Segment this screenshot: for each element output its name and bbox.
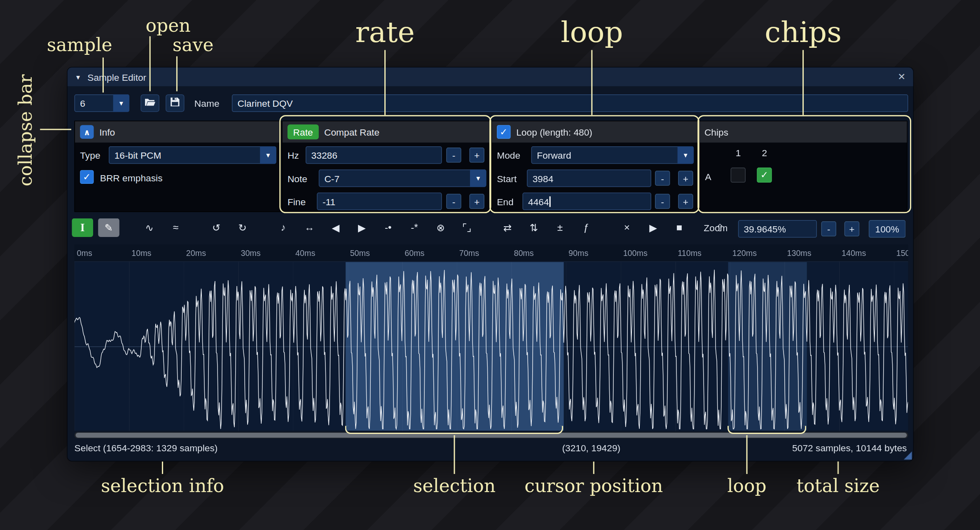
fine-increment-button[interactable]: + [469,194,484,209]
chevron-down-icon: ▼ [260,146,276,164]
check-icon: ✓ [500,126,508,137]
undo-button[interactable]: ↺ [206,218,227,237]
zoom-in-button[interactable]: + [844,221,859,236]
ruler-tick-label: 110ms [678,248,702,258]
loop-start-increment-button[interactable]: + [678,171,693,185]
rate-badge[interactable]: Rate [288,124,318,139]
stop-button[interactable]: ■ [669,218,690,237]
loop-start-input[interactable]: 3984 [527,169,651,187]
chip-column-2-label: 2 [762,148,767,158]
close-icon[interactable]: ✕ [898,71,905,82]
annotation-line-rate [384,50,386,115]
edit-draw-button[interactable]: ✎ [98,218,119,237]
loop-mode-dropdown[interactable]: Forward ▼ [531,146,694,164]
title-bar[interactable]: ▼ Sample Editor ✕ [68,68,913,87]
speaker-icon: ♪ [281,222,285,233]
chevron-down-icon: ▼ [113,94,129,112]
ruler-tick-label: 10ms [131,248,151,258]
ruler-tick-label: 20ms [186,248,206,258]
normalize-button[interactable]: ↔ [299,218,320,237]
annotation-selection-info: selection info [101,475,224,497]
annotation-open: open [146,15,191,36]
hz-decrement-button[interactable]: - [446,148,461,162]
crossfade-button[interactable]: × [616,218,638,237]
save-sample-button[interactable] [166,94,185,112]
brr-emphasis-checkbox[interactable]: ✓ [80,170,94,184]
loop-start-decrement-button[interactable]: - [655,171,670,185]
annotation-line-save [176,56,178,91]
filter-button[interactable]: ƒ [575,218,597,237]
chips-panel: Chips 1 2 A ✓ [699,121,907,212]
brr-emphasis-label: BRR emphasis [100,173,163,183]
resize-grip[interactable] [904,451,912,460]
annotation-save: save [173,34,214,56]
chip-column-1-label: 1 [736,148,741,158]
open-sample-button[interactable] [140,94,159,112]
fade-out-button[interactable]: ▶ [351,218,373,237]
sign-invert-button[interactable]: ± [550,218,571,237]
loop-enable-checkbox[interactable]: ✓ [497,125,510,138]
chip-2-checkbox[interactable]: ✓ [757,168,772,183]
zoom-reset-button[interactable]: 100% [869,220,906,237]
loop-mode-value: Forward [537,150,571,160]
fade-in-button[interactable]: ◀ [325,218,346,237]
delete-circle-icon: ⊗ [436,222,444,234]
resample-button[interactable]: ≈ [165,218,187,237]
apply-silence-icon: -* [411,222,418,233]
ruler-tick-label: 30ms [241,248,260,258]
check-icon: ✓ [760,169,768,181]
trim-button[interactable]: ⌜⌟ [456,218,478,237]
zoom-out-button[interactable]: - [821,221,836,236]
zoom-input[interactable]: 39.9645% [738,220,817,237]
preview-button[interactable]: ▶ [643,218,664,237]
name-input[interactable]: Clarinet DQV [232,94,908,112]
ruler-tick-label: 90ms [568,248,588,258]
plus-minus-icon: ± [557,222,563,233]
loop-end-input[interactable]: 4464 [522,192,651,210]
ruler-tick-label: 50ms [350,248,370,258]
info-panel: ∧ Info Type 16-bit PCM ▼ ✓ BRR emphasis [75,121,281,212]
hz-input[interactable]: 33286 [306,146,442,164]
reverse-button[interactable]: ⇄ [497,218,518,237]
annotation-line-total-size [837,462,839,474]
ruler-tick-label: 70ms [459,248,479,258]
sample-type-dropdown[interactable]: 16-bit PCM ▼ [109,146,276,164]
ruler-tick-label: 120ms [732,248,757,258]
chevron-up-icon: ∧ [84,127,90,137]
fine-decrement-button[interactable]: - [446,194,461,209]
annotation-loop: loop [561,15,623,49]
fine-input[interactable]: -11 [317,192,442,210]
invert-button[interactable]: ⇅ [523,218,545,237]
horizontal-scrollbar[interactable] [75,432,908,438]
window-collapse-icon[interactable]: ▼ [75,73,81,80]
sample-number-dropdown[interactable]: 6 ▼ [75,94,130,112]
resize-button[interactable]: ∿ [139,218,160,237]
loop-start-label: Start [497,173,517,184]
amplify-button[interactable]: ♪ [272,218,294,237]
scrollbar-thumb[interactable] [76,433,907,438]
apply-silence-button[interactable]: -* [404,218,425,237]
loop-end-decrement-button[interactable]: - [655,194,670,209]
insert-silence-button[interactable]: -• [377,218,399,237]
undo-icon: ↺ [212,222,220,234]
annotation-sample: sample [47,34,112,56]
redo-button[interactable]: ↻ [232,218,253,237]
annotation-collapse-bar: collapse bar [15,73,36,186]
note-dropdown[interactable]: C-7 ▼ [319,169,486,187]
chip-1-checkbox[interactable] [731,168,746,183]
delete-button[interactable]: ⊗ [430,218,451,237]
info-collapse-button[interactable]: ∧ [80,125,94,138]
fade-out-icon: ▶ [358,222,366,234]
waveform-area[interactable] [75,262,908,431]
edit-select-button[interactable]: I [72,218,93,237]
ruler-tick-label: 100ms [623,248,648,258]
zoom-value: 39.9645% [744,223,786,234]
note-label: Note [288,173,307,184]
hz-increment-button[interactable]: + [469,148,484,162]
loop-panel-header: ✓ Loop (length: 480) [492,121,697,143]
loop-end-increment-button[interactable]: + [678,194,693,209]
waveform-resize-icon: ∿ [145,222,153,234]
loop-end-label: End [497,196,514,207]
rate-panel-header: Rate Compat Rate [283,121,490,143]
zoom-label: Zoom [704,223,727,233]
